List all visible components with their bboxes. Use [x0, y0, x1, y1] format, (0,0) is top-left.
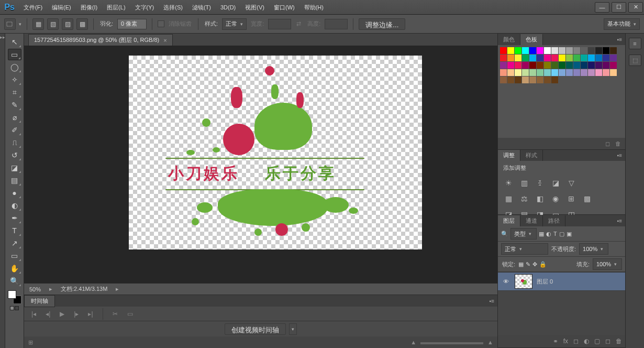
swatch[interactable] — [610, 47, 617, 54]
filter-shape-icon[interactable]: ▢ — [559, 231, 564, 237]
new-selection-icon[interactable]: ▦ — [32, 18, 44, 30]
filter-smart-icon[interactable]: ▣ — [567, 231, 572, 237]
color-balance-icon[interactable]: ⚖ — [519, 194, 529, 203]
clone-stamp-tool[interactable]: ⎍ — [8, 137, 21, 148]
swatch[interactable] — [559, 55, 565, 61]
adjustments-tab[interactable]: 调整 — [498, 150, 520, 161]
last-frame-icon[interactable]: ▸| — [86, 310, 95, 318]
blur-tool[interactable]: ● — [8, 187, 21, 199]
lock-pixels-icon[interactable]: ✎ — [526, 261, 530, 268]
swatch[interactable] — [537, 77, 543, 83]
swatch[interactable] — [551, 55, 558, 61]
swatch[interactable] — [544, 77, 551, 83]
color-lookup-icon[interactable]: ▩ — [582, 194, 592, 203]
layer-mask-icon[interactable]: ◻ — [573, 338, 579, 345]
swatch[interactable] — [588, 62, 595, 69]
create-video-timeline-button[interactable]: 创建视频时间轴 — [225, 323, 286, 335]
swatch[interactable] — [507, 55, 514, 61]
swatch[interactable] — [507, 47, 514, 54]
blend-mode-dropdown[interactable]: 正常▾ — [501, 243, 548, 255]
quickmask-icon[interactable] — [10, 306, 19, 310]
swatch[interactable] — [544, 47, 551, 54]
swatch[interactable] — [529, 55, 536, 61]
crop-tool[interactable]: ⌗ — [8, 86, 21, 98]
zoom-level[interactable]: 50% — [29, 286, 41, 292]
menu-item[interactable]: 文字(Y) — [130, 0, 159, 15]
gradient-tool[interactable]: ▤ — [8, 175, 21, 186]
marquee-tool[interactable]: ▭ — [8, 49, 21, 60]
swatch[interactable] — [500, 47, 507, 54]
delete-layer-icon[interactable]: 🗑 — [616, 338, 622, 345]
swatch[interactable] — [559, 47, 565, 54]
cut-icon[interactable]: ✂ — [110, 310, 120, 318]
swatch[interactable] — [515, 55, 521, 61]
swatch[interactable] — [559, 69, 565, 76]
refine-edge-button[interactable]: 调整边缘... — [359, 18, 405, 30]
shape-tool[interactable]: ▭ — [8, 250, 21, 262]
swatch[interactable] — [551, 77, 558, 83]
timeline-zoom-out-icon[interactable]: ▲ — [410, 339, 416, 345]
new-group-icon[interactable]: ▢ — [594, 338, 600, 345]
swatch[interactable] — [500, 77, 507, 83]
channels-tab[interactable]: 通道 — [520, 215, 543, 226]
magic-wand-tool[interactable]: ✧ — [8, 74, 21, 85]
menu-item[interactable]: 选择(S) — [159, 0, 187, 15]
swatch[interactable] — [551, 62, 558, 69]
timeline-convert-icon[interactable]: ⊞ — [28, 339, 33, 346]
lock-transparent-icon[interactable]: ▦ — [518, 261, 524, 268]
document-tab[interactable]: 1577254515889503.png @ 50% (图层 0, RGB/8)… — [28, 34, 173, 46]
swatch[interactable] — [566, 62, 573, 69]
new-fill-adjust-icon[interactable]: ◐ — [584, 338, 589, 345]
tool-strip-toggle[interactable]: ▸▸ — [0, 34, 5, 348]
menu-item[interactable]: 图层(L) — [102, 0, 130, 15]
swatch[interactable] — [529, 62, 536, 69]
menu-item[interactable]: 窗口(W) — [269, 0, 299, 15]
zoom-tool[interactable]: 🔍 — [8, 275, 21, 287]
lock-all-icon[interactable]: 🔒 — [539, 261, 547, 268]
swatch[interactable] — [515, 77, 521, 83]
tool-preset-picker[interactable] — [4, 18, 16, 30]
fill-input[interactable]: 100%▾ — [593, 258, 622, 270]
swatches-menu-icon[interactable]: ▪≡ — [614, 37, 625, 42]
color-tab[interactable]: 颜色 — [498, 34, 520, 45]
swatch[interactable] — [573, 62, 580, 69]
swatch[interactable] — [537, 62, 543, 69]
path-selection-tool[interactable]: ↗ — [8, 237, 21, 249]
swatch[interactable] — [515, 69, 521, 76]
feather-input[interactable] — [117, 19, 147, 29]
adjustments-menu-icon[interactable]: ▪≡ — [614, 153, 625, 158]
swatch[interactable] — [522, 69, 529, 76]
lasso-tool[interactable]: ◯ — [8, 61, 21, 73]
history-brush-tool[interactable]: ↺ — [8, 149, 21, 161]
maximize-button[interactable]: ☐ — [612, 2, 626, 13]
layer-fx-icon[interactable]: fx — [563, 338, 568, 345]
intersect-selection-icon[interactable]: ▩ — [76, 18, 88, 30]
swatch[interactable] — [603, 62, 609, 69]
history-panel-icon[interactable]: ≡ — [629, 38, 641, 49]
swatch[interactable] — [551, 69, 558, 76]
type-tool[interactable]: T — [8, 225, 21, 236]
move-tool[interactable]: ↖ — [8, 36, 21, 48]
swatch[interactable] — [537, 47, 543, 54]
minimize-button[interactable]: — — [595, 2, 609, 13]
style-dropdown[interactable]: 正常▾ — [222, 18, 247, 30]
swatch[interactable] — [588, 55, 595, 61]
lock-position-icon[interactable]: ✥ — [532, 261, 537, 268]
swatch[interactable] — [595, 55, 602, 61]
transition-icon[interactable]: ▭ — [125, 310, 135, 318]
swatch[interactable] — [588, 47, 595, 54]
timeline-menu-icon[interactable]: ▪≡ — [486, 298, 497, 304]
swatch[interactable] — [573, 69, 580, 76]
vibrance-icon[interactable]: ▽ — [566, 178, 576, 188]
swatch[interactable] — [595, 47, 602, 54]
timeline-zoom-in-icon[interactable]: ▲ — [487, 339, 493, 345]
layers-menu-icon[interactable]: ▪≡ — [614, 218, 625, 224]
swatch[interactable] — [544, 62, 551, 69]
swatch-grid[interactable] — [498, 45, 625, 85]
swatch[interactable] — [544, 55, 551, 61]
properties-panel-icon[interactable]: ⬚ — [629, 55, 641, 66]
menu-item[interactable]: 编辑(E) — [47, 0, 76, 15]
swatch[interactable] — [581, 47, 587, 54]
swatch[interactable] — [507, 62, 514, 69]
filter-type-icon[interactable]: T — [553, 231, 557, 237]
